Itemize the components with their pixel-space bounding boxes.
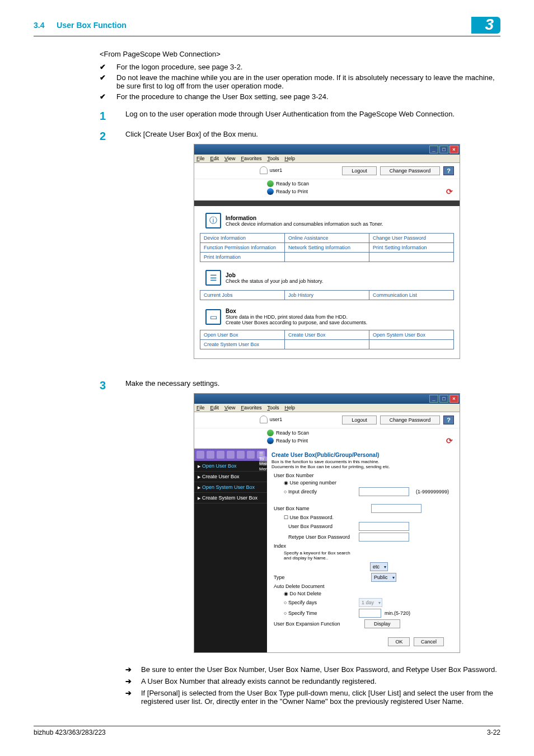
info-sub: Check device information and consumables…	[226, 221, 383, 227]
note-text: A User Box Number that already exists ca…	[141, 677, 377, 685]
link-network-setting[interactable]: Network Setting Information	[285, 243, 369, 253]
note-text: If [Personal] is selected from the User …	[141, 689, 500, 706]
link-communication-list[interactable]: Communication List	[369, 291, 454, 300]
minimize-icon[interactable]: _	[429, 146, 438, 153]
info-title: Information	[226, 215, 383, 221]
link-create-system-user-box[interactable]: Create System User Box	[200, 340, 285, 349]
refresh-icon[interactable]: ⟳	[446, 436, 453, 445]
radio-input-directly[interactable]: ○ Input directly	[271, 489, 355, 494]
change-password-button[interactable]: Change Password	[380, 166, 441, 175]
footer-page: 3-22	[487, 729, 500, 736]
link-print-setting[interactable]: Print Setting Information	[369, 243, 454, 253]
panel-title: Create User Box(Public/Group/Personal)	[271, 452, 455, 459]
minimize-icon[interactable]: _	[429, 395, 438, 403]
step-text: Make the necessary settings.	[125, 379, 500, 388]
check-icon: ✔	[100, 92, 116, 101]
menu-tools[interactable]: Tools	[267, 156, 279, 161]
maximize-icon[interactable]: □	[439, 395, 448, 403]
maximize-icon[interactable]: □	[439, 146, 448, 153]
menu-file[interactable]: File	[196, 405, 205, 410]
link-device-info[interactable]: Device Information	[200, 234, 285, 243]
step-text: Click [Create User Box] of the Box menu.	[125, 130, 500, 138]
radio-specify-time[interactable]: ○ Specify Time	[271, 610, 355, 616]
index-hint: Specify a keyword for Box search and dis…	[271, 550, 355, 561]
close-icon[interactable]: ×	[449, 146, 458, 153]
sidebar: ☰ To Main Menu ▶Open User Box ▶Create Us…	[194, 449, 267, 652]
check-icon: ✔	[100, 63, 116, 71]
sidebar-create-user-box[interactable]: ▶Create User Box	[194, 472, 267, 482]
ok-button[interactable]: OK	[388, 637, 410, 646]
menu-tools[interactable]: Tools	[267, 405, 279, 410]
link-open-user-box[interactable]: Open User Box	[200, 330, 285, 340]
username: user1	[270, 417, 283, 422]
index-select[interactable]: etc	[370, 562, 388, 571]
menu-edit[interactable]: Edit	[210, 405, 219, 410]
number-hint: (1-999999999)	[416, 489, 449, 494]
link-job-history[interactable]: Job History	[285, 291, 369, 300]
type-select[interactable]: Public	[371, 573, 396, 582]
job-table: Current JobsJob HistoryCommunication Lis…	[200, 290, 454, 300]
print-status-icon	[267, 437, 274, 444]
user-box-password-input[interactable]	[359, 522, 409, 531]
help-icon[interactable]: ?	[443, 416, 454, 424]
radio-use-opening-number[interactable]: ◉ Use opening number	[271, 480, 355, 486]
label-retype-password: Retype User Box Password	[271, 534, 355, 540]
link-function-permission[interactable]: Function Permission Information	[200, 243, 285, 253]
menu-view[interactable]: View	[224, 156, 235, 161]
menu-favorites[interactable]: Favorites	[241, 405, 261, 410]
screenshot-create-user-box: _ □ × File Edit View Favorites Tools Hel…	[194, 393, 460, 653]
menu-edit[interactable]: Edit	[210, 156, 219, 161]
radio-do-not-delete[interactable]: ◉ Do Not Delete	[271, 591, 355, 596]
tab-icon[interactable]	[227, 451, 235, 459]
intro-line: <From PageScope Web Connection>	[100, 50, 500, 58]
link-create-user-box[interactable]: Create User Box	[285, 330, 369, 340]
user-icon	[260, 166, 268, 174]
logout-button[interactable]: Logout	[342, 166, 377, 175]
sidebar-create-system-user-box[interactable]: ▶Create System User Box	[194, 493, 267, 503]
label-type: Type	[271, 575, 333, 580]
tab-icon[interactable]	[237, 451, 245, 459]
days-select[interactable]: 1 day	[359, 598, 382, 607]
display-button[interactable]: Display	[364, 619, 400, 628]
retype-password-input[interactable]	[359, 533, 409, 542]
username: user1	[270, 167, 283, 173]
close-icon[interactable]: ×	[449, 395, 458, 403]
section-title: User Box Function	[57, 21, 126, 30]
link-open-system-user-box[interactable]: Open System User Box	[369, 330, 454, 340]
user-box-name-input[interactable]	[371, 504, 421, 513]
note-text: Be sure to enter the User Box Number, Us…	[141, 665, 497, 674]
link-print-info[interactable]: Print Information	[200, 253, 285, 262]
tab-icon[interactable]	[196, 451, 204, 459]
time-input[interactable]	[359, 609, 381, 618]
change-password-button[interactable]: Change Password	[380, 416, 441, 424]
menu-favorites[interactable]: Favorites	[241, 156, 261, 161]
refresh-icon[interactable]: ⟳	[446, 187, 453, 196]
menu-file[interactable]: File	[196, 156, 205, 161]
job-title: Job	[226, 272, 323, 278]
user-box-number-input[interactable]	[359, 487, 409, 496]
check-text: For the procedure to change the User Box…	[116, 92, 329, 101]
cancel-button[interactable]: Cancel	[414, 637, 444, 646]
link-current-jobs[interactable]: Current Jobs	[200, 291, 285, 300]
tab-icon[interactable]	[247, 451, 255, 459]
link-online-assistance[interactable]: Online Assistance	[285, 234, 369, 243]
menu-view[interactable]: View	[224, 405, 235, 410]
to-main-menu-button[interactable]: ☰ To Main Menu	[257, 451, 265, 459]
tab-icon[interactable]	[207, 451, 214, 459]
arrow-icon: ➔	[125, 665, 141, 674]
menu-help[interactable]: Help	[284, 156, 295, 161]
logout-button[interactable]: Logout	[342, 416, 377, 424]
radio-specify-days[interactable]: ○ Specify days	[271, 600, 355, 605]
menu-help[interactable]: Help	[284, 405, 295, 410]
tab-icon[interactable]	[217, 451, 224, 459]
job-sub: Check the status of your job and job his…	[226, 278, 323, 284]
step-number: 2	[100, 130, 125, 371]
footer-model: bizhub 423/363/283/223	[34, 729, 106, 736]
help-icon[interactable]: ?	[443, 166, 454, 175]
label-user-box-number: User Box Number	[271, 473, 333, 478]
link-change-user-password[interactable]: Change User Password	[369, 234, 454, 243]
sidebar-open-system-user-box[interactable]: ▶Open System User Box	[194, 482, 267, 493]
sidebar-open-user-box[interactable]: ▶Open User Box	[194, 461, 267, 472]
panel-desc: Box is the function to save documents in…	[271, 459, 455, 469]
checkbox-use-box-password[interactable]: ☐ Use Box Password.	[271, 515, 355, 520]
